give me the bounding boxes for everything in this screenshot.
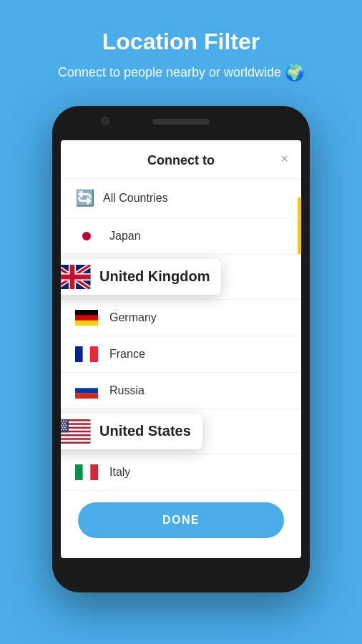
header-section: Location Filter Connect to people nearby… (36, 0, 326, 99)
phone-speaker (152, 119, 210, 125)
country-name: Japan (109, 230, 141, 243)
us-country-name: United States (99, 423, 191, 439)
svg-rect-13 (75, 315, 98, 320)
svg-rect-19 (75, 388, 98, 393)
svg-point-41 (63, 424, 64, 426)
modal-header: Connect to × (61, 140, 301, 179)
svg-point-45 (62, 426, 63, 428)
svg-rect-17 (75, 346, 83, 362)
done-button[interactable]: DONE (78, 502, 284, 538)
svg-rect-27 (61, 440, 91, 442)
country-list: 🔄 All Countries Japan (61, 179, 301, 491)
flag-japan (75, 228, 98, 244)
country-name: Germany (109, 311, 157, 324)
list-item[interactable]: France (61, 336, 301, 373)
flag-germany (75, 310, 98, 326)
flag-italy (75, 464, 98, 480)
svg-point-46 (64, 426, 66, 428)
svg-rect-25 (61, 432, 91, 434)
country-name: Russia (109, 384, 145, 397)
svg-point-1 (82, 232, 91, 240)
done-button-wrapper: DONE (61, 491, 301, 552)
flag-uk (61, 265, 91, 289)
country-name: All Countries (103, 192, 168, 205)
svg-rect-10 (61, 274, 91, 279)
flag-russia (75, 383, 98, 399)
highlight-card-us: United States (61, 414, 202, 449)
svg-rect-12 (75, 310, 98, 315)
phone-screen: Connect to × 🔄 All Countries Japan (61, 140, 301, 558)
modal-title: Connect to (147, 153, 215, 168)
svg-rect-54 (75, 464, 83, 480)
country-name: Italy (109, 466, 130, 479)
globe-icon: 🌍 (285, 62, 304, 84)
svg-point-51 (65, 429, 67, 430)
svg-point-32 (63, 420, 64, 421)
svg-rect-20 (75, 393, 98, 398)
uk-country-name: United Kingdom (99, 268, 210, 285)
close-button[interactable]: × (280, 152, 288, 165)
page-subtitle: Connect to people nearby or worldwide 🌍 (58, 62, 304, 84)
svg-point-37 (64, 422, 66, 424)
list-item[interactable]: Japan (61, 218, 301, 255)
svg-point-36 (62, 422, 63, 424)
list-item-us[interactable]: United States (61, 409, 301, 454)
phone-mockup: Connect to × 🔄 All Countries Japan (52, 106, 310, 592)
globe-icon: 🔄 (75, 189, 94, 208)
phone-camera (101, 117, 109, 125)
svg-point-33 (65, 420, 67, 421)
list-item-uk[interactable]: United Kingdom (61, 255, 301, 300)
highlight-card-uk: United Kingdom (61, 259, 221, 295)
svg-rect-14 (75, 320, 98, 325)
list-item[interactable]: Germany (61, 300, 301, 336)
svg-point-50 (63, 429, 64, 430)
page-title: Location Filter (58, 29, 304, 55)
list-item[interactable]: 🔄 All Countries (61, 179, 301, 218)
flag-france (75, 346, 98, 362)
svg-point-42 (65, 424, 67, 426)
list-item[interactable]: Italy (61, 454, 301, 491)
country-name: France (109, 348, 145, 361)
list-item[interactable]: Russia (61, 373, 301, 409)
flag-us (61, 419, 91, 444)
svg-rect-26 (61, 436, 91, 438)
